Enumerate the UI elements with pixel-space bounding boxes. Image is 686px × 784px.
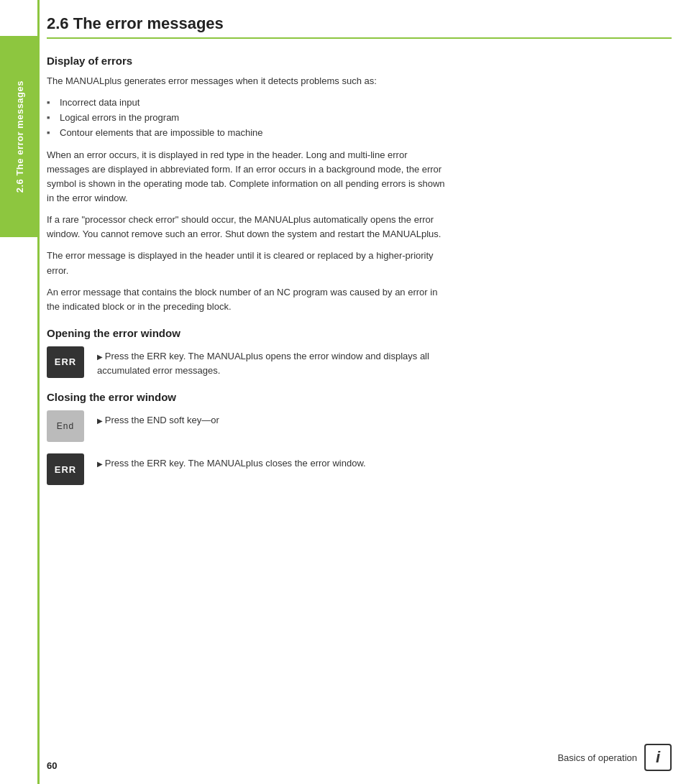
- para-error-display: When an error occurs, it is displayed in…: [47, 148, 449, 206]
- footer-right: Basics of operation i: [557, 744, 672, 771]
- side-tab: 2.6 The error messages: [0, 0, 40, 784]
- side-tab-label: 2.6 The error messages: [0, 36, 40, 237]
- page-title: 2.6 The error messages: [47, 14, 672, 39]
- para-block-number: An error message that contains the block…: [47, 285, 449, 314]
- section-opening-error-window: Opening the error window ERR Press the E…: [47, 327, 672, 378]
- main-content: 2.6 The error messages Display of errors…: [47, 14, 672, 748]
- list-item: Incorrect data input: [47, 96, 449, 111]
- section-heading-closing: Closing the error window: [47, 391, 672, 403]
- key-description-err-close: Press the ERR key. The MANUALplus closes…: [97, 453, 366, 471]
- page-number: 60: [47, 760, 57, 771]
- footer: 60 Basics of operation i: [47, 744, 672, 771]
- key-description-open: Press the ERR key. The MANUALplus opens …: [97, 346, 449, 378]
- para-processor-check: If a rare "processor check error" should…: [47, 213, 449, 241]
- section-heading-opening: Opening the error window: [47, 327, 672, 339]
- list-item: Logical errors in the program: [47, 111, 449, 126]
- key-description-end: Press the END soft key—or: [97, 410, 219, 428]
- err-key-open: ERR: [47, 346, 84, 378]
- info-badge: i: [644, 744, 672, 771]
- end-key: End: [47, 410, 84, 442]
- section-heading-display-errors: Display of errors: [47, 55, 672, 67]
- list-item: Contour elements that are impossible to …: [47, 126, 449, 141]
- err-key-close: ERR: [47, 453, 84, 485]
- key-row-err-close: ERR Press the ERR key. The MANUALplus cl…: [47, 453, 449, 485]
- section-closing-error-window: Closing the error window End Press the E…: [47, 391, 672, 485]
- side-tab-text: 2.6 The error messages: [14, 80, 25, 193]
- para-header-message: The error message is displayed in the he…: [47, 249, 449, 277]
- key-row-end: End Press the END soft key—or: [47, 410, 449, 442]
- key-row-err-open: ERR Press the ERR key. The MANUALplus op…: [47, 346, 449, 378]
- para-intro: The MANUALplus generates error messages …: [47, 74, 449, 88]
- bullet-list: Incorrect data input Logical errors in t…: [47, 96, 449, 140]
- section-display-errors: Display of errors The MANUALplus generat…: [47, 55, 672, 314]
- footer-text: Basics of operation: [557, 752, 637, 763]
